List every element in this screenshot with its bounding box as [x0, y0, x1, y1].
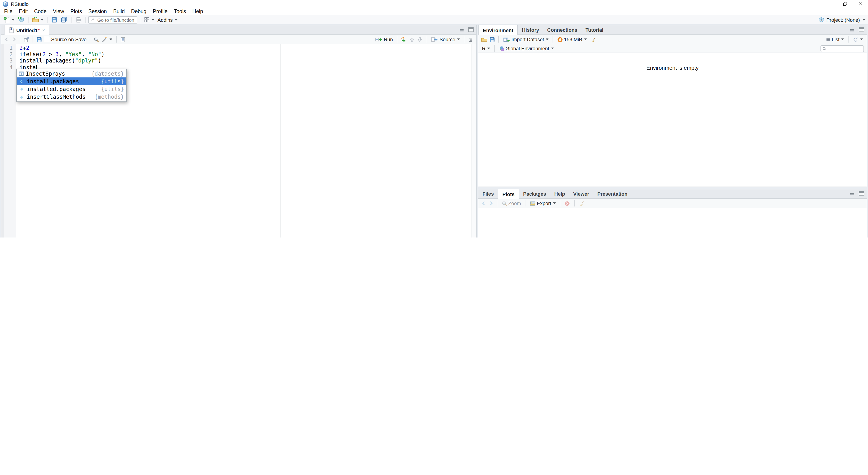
menu-view[interactable]: View [50, 9, 67, 14]
menu-debug[interactable]: Debug [128, 9, 150, 14]
minimize-window-icon[interactable] [822, 0, 837, 8]
open-file-button[interactable] [31, 16, 44, 24]
r-script-icon: R [9, 27, 14, 33]
clear-all-plots-button[interactable] [578, 200, 586, 207]
back-icon[interactable] [4, 37, 9, 42]
source-tab-untitled1[interactable]: R Untitled1* × [4, 25, 49, 35]
menu-edit[interactable]: Edit [16, 9, 31, 14]
list-view-label: List [832, 37, 839, 42]
minimize-pane-icon[interactable] [850, 27, 855, 32]
menu-profile[interactable]: Profile [150, 9, 170, 14]
save-all-button[interactable] [60, 16, 68, 24]
maximize-pane-icon[interactable] [468, 27, 474, 32]
open-in-new-window-icon[interactable] [24, 36, 29, 42]
maximize-pane-icon[interactable] [859, 27, 864, 32]
editor-scrollbar[interactable] [471, 44, 476, 237]
save-icon[interactable] [36, 36, 42, 42]
minimize-pane-icon[interactable] [459, 27, 465, 32]
menu-session[interactable]: Session [85, 9, 110, 14]
autocomplete-item-insectsprays[interactable]: InsectSprays{datasets} [17, 70, 126, 78]
source-on-save-checkbox[interactable] [44, 37, 49, 42]
forward-icon[interactable] [488, 201, 494, 206]
document-outline-icon[interactable] [467, 36, 473, 42]
previous-chunk-icon[interactable] [409, 36, 415, 42]
output-tab-help[interactable]: Help [550, 189, 569, 198]
menu-file[interactable]: File [1, 9, 16, 14]
code-tools-button[interactable] [101, 36, 113, 43]
autocomplete-item-install-packages[interactable]: ◇install.packages{utils} [17, 78, 126, 85]
code-line[interactable]: 2ifelse(2 > 3, "Yes", "No") [1, 51, 471, 58]
clear-environment-button[interactable] [589, 36, 597, 43]
new-file-button[interactable] [2, 16, 16, 24]
menu-code[interactable]: Code [31, 9, 50, 14]
export-plot-button[interactable]: Export [529, 200, 557, 207]
autocomplete-item-insertclassmethods[interactable]: ◆insertClassMethods{methods} [17, 93, 126, 101]
memory-usage-button[interactable]: 153 MiB [556, 36, 588, 43]
output-tab-presentation[interactable]: Presentation [593, 189, 631, 198]
refresh-environment-button[interactable] [852, 36, 864, 43]
project-menu-button[interactable]: R Project: (None) [818, 17, 865, 23]
source-on-save-label: Source on Save [51, 37, 87, 42]
chevron-down-icon [152, 19, 154, 21]
toolbar-separator [494, 45, 495, 52]
menu-help[interactable]: Help [189, 9, 206, 14]
addins-button[interactable]: Addins [157, 17, 178, 23]
export-label: Export [537, 201, 551, 206]
environment-search-input[interactable] [828, 46, 862, 51]
environment-tab-history[interactable]: History [518, 25, 543, 34]
compile-report-icon[interactable] [120, 36, 126, 42]
line-number: 4 [1, 64, 16, 70]
menu-plots[interactable]: Plots [67, 9, 85, 14]
goto-file-function-input[interactable] [96, 17, 135, 23]
new-project-button[interactable] [17, 16, 25, 24]
back-icon[interactable] [481, 201, 487, 206]
import-dataset-button[interactable]: Import Dataset [502, 36, 549, 43]
save-button[interactable] [50, 16, 58, 23]
search-icon[interactable] [93, 36, 99, 42]
code-line[interactable]: 12+2 [1, 45, 471, 51]
language-selector[interactable]: R [481, 45, 491, 52]
close-tab-icon[interactable]: × [42, 28, 45, 33]
environment-tab-tutorial[interactable]: Tutorial [582, 25, 608, 34]
minimize-pane-icon[interactable] [850, 191, 855, 196]
output-pane: FilesPlotsPackagesHelpViewerPresentation… [478, 189, 867, 237]
print-button[interactable] [74, 16, 82, 23]
goto-file-function-box[interactable] [88, 16, 137, 23]
autocomplete-item-installed-packages[interactable]: ◆installed.packages{utils} [17, 85, 126, 93]
toolbar-separator [426, 36, 426, 42]
source-file-icon [430, 36, 438, 42]
list-view-button[interactable]: List [825, 36, 845, 42]
maximize-pane-icon[interactable] [859, 191, 864, 196]
menu-tools[interactable]: Tools [170, 9, 189, 14]
project-label: Project: (None) [826, 17, 860, 22]
next-chunk-icon[interactable] [417, 36, 423, 42]
environment-tab-environment[interactable]: Environment [478, 25, 518, 35]
output-tab-packages[interactable]: Packages [519, 189, 550, 198]
environment-tab-connections[interactable]: Connections [543, 25, 581, 34]
output-tab-viewer[interactable]: Viewer [569, 189, 593, 198]
menu-build[interactable]: Build [110, 9, 128, 14]
environment-scope-selector[interactable]: Global Environment [498, 45, 555, 52]
completion-name: insertClassMethods [27, 94, 86, 100]
output-tab-plots[interactable]: Plots [498, 189, 519, 199]
remove-plot-button[interactable] [563, 200, 571, 207]
run-button[interactable]: Run [374, 36, 394, 43]
toolbar-separator [140, 17, 140, 23]
source-tab-strip: R Untitled1* × [1, 25, 476, 35]
save-workspace-icon[interactable] [489, 36, 495, 42]
forward-icon[interactable] [11, 37, 17, 42]
code-line[interactable]: 3install.packages("dplyr") [1, 58, 471, 64]
completion-name: installed.packages [27, 86, 86, 92]
output-tab-files[interactable]: Files [478, 189, 498, 198]
panes-layout-button[interactable] [143, 16, 155, 23]
restore-window-icon[interactable] [837, 0, 852, 8]
environment-search-box[interactable] [820, 45, 864, 52]
chevron-down-icon [457, 38, 460, 40]
close-window-icon[interactable] [852, 0, 868, 8]
load-workspace-icon[interactable] [481, 36, 487, 42]
zoom-plot-button[interactable]: Zoom [500, 200, 522, 207]
chevron-down-icon [546, 38, 549, 40]
source-button[interactable]: Source [430, 36, 461, 43]
rerun-icon[interactable] [401, 36, 407, 42]
chevron-down-icon [860, 38, 863, 40]
